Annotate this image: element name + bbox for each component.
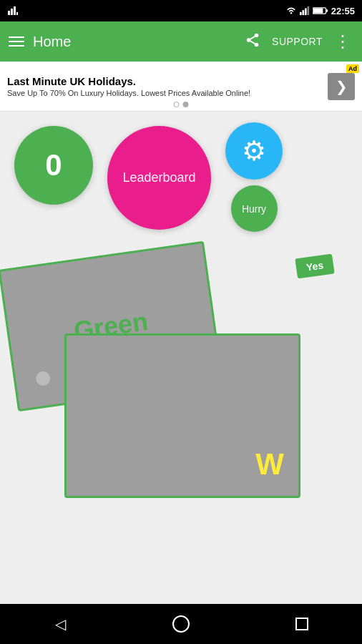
ad-banner[interactable]: Ad Last Minute UK Holidays. Save Up To 7… <box>0 62 362 112</box>
svg-line-14 <box>250 41 255 44</box>
bottom-nav: ◁ <box>0 604 362 644</box>
score-circle: 0 <box>14 126 93 205</box>
settings-button[interactable]: ⚙ <box>225 122 283 180</box>
svg-rect-10 <box>326 9 328 11</box>
status-time: 22:55 <box>331 6 355 16</box>
home-button[interactable] <box>161 604 201 644</box>
ad-dot-1[interactable] <box>174 102 180 107</box>
bar-chart-icon <box>7 5 19 16</box>
main-content: 0 Leaderboard ⚙ Hurry Green Yes W <box>0 112 362 604</box>
yes-badge[interactable]: Yes <box>295 254 335 279</box>
score-value: 0 <box>45 148 62 182</box>
ad-dot-2[interactable] <box>183 102 189 107</box>
battery-icon <box>313 6 328 15</box>
cards-area: Green Yes W <box>7 240 355 512</box>
top-right-group: ⚙ Hurry <box>225 122 283 232</box>
svg-point-11 <box>255 33 259 37</box>
share-button[interactable] <box>242 29 263 54</box>
ad-subtitle: Save Up To 70% On Luxury Holidays. Lowes… <box>7 89 355 97</box>
hurry-label: Hurry <box>242 203 266 215</box>
circles-area: 0 Leaderboard ⚙ Hurry <box>0 112 362 240</box>
svg-point-12 <box>247 38 251 42</box>
page-title: Home <box>33 34 233 50</box>
svg-rect-9 <box>313 9 323 14</box>
toolbar: Home SUPPORT ⋮ <box>0 21 362 62</box>
ad-arrow-button[interactable]: ❯ <box>328 73 355 100</box>
support-button[interactable]: SUPPORT <box>272 36 323 47</box>
leaderboard-button[interactable]: Leaderboard <box>107 126 211 230</box>
svg-rect-7 <box>307 6 309 15</box>
recent-apps-button[interactable] <box>282 604 322 644</box>
ad-badge: Ad <box>346 64 359 73</box>
svg-rect-4 <box>300 12 302 15</box>
svg-rect-2 <box>14 6 16 15</box>
home-icon <box>172 615 190 633</box>
svg-rect-5 <box>302 10 304 15</box>
leaderboard-label: Leaderboard <box>122 170 195 185</box>
ad-pagination-dots <box>174 102 189 107</box>
status-bar: 22:55 <box>0 0 362 21</box>
yellow-card[interactable]: W <box>64 333 300 498</box>
svg-rect-6 <box>305 9 307 16</box>
svg-rect-0 <box>8 11 10 15</box>
gear-icon: ⚙ <box>242 135 266 167</box>
yes-label: Yes <box>305 259 324 273</box>
back-button[interactable]: ◁ <box>40 604 80 644</box>
share-icon <box>245 32 260 48</box>
wifi-icon <box>285 6 297 16</box>
yellow-card-letter: W <box>255 447 284 482</box>
svg-rect-3 <box>16 12 18 15</box>
signal-icon <box>300 6 310 16</box>
ad-arrow-icon: ❯ <box>336 78 348 95</box>
recent-apps-icon <box>295 618 308 630</box>
ad-title: Last Minute UK Holidays. <box>7 75 355 87</box>
svg-line-15 <box>250 36 255 39</box>
svg-point-13 <box>255 42 259 46</box>
card-green-dot <box>35 371 52 387</box>
hurry-button[interactable]: Hurry <box>231 185 278 232</box>
svg-rect-1 <box>11 9 13 15</box>
back-icon: ◁ <box>55 615 66 633</box>
status-icons: 22:55 <box>285 6 355 16</box>
more-options-button[interactable]: ⋮ <box>331 29 353 54</box>
menu-button[interactable] <box>9 36 24 47</box>
